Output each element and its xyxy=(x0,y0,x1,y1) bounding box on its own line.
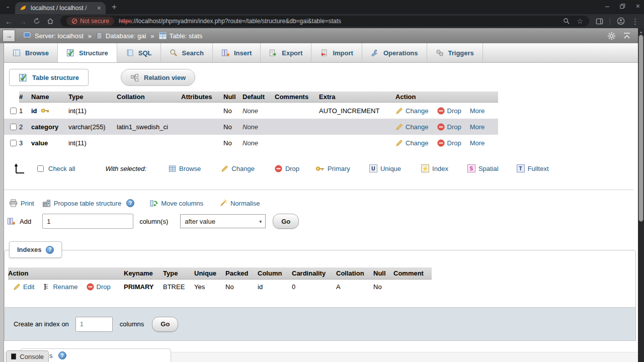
settings-gear-icon[interactable] xyxy=(607,32,616,40)
tab-import[interactable]: Import xyxy=(311,43,362,62)
selected-unique-label: Unique xyxy=(380,165,401,172)
print-link[interactable]: Print xyxy=(9,199,34,207)
window-controls: – × xyxy=(605,3,640,10)
help-icon[interactable]: ? xyxy=(46,246,54,254)
indexes-table: Action Keyname Type Unique Packed Column… xyxy=(8,267,432,294)
collapse-top-icon[interactable] xyxy=(623,32,631,40)
tab-structure[interactable]: Structure xyxy=(58,43,117,62)
minimize-button[interactable]: – xyxy=(605,3,609,10)
server-icon xyxy=(24,32,32,39)
col-header-attributes: Attributes xyxy=(181,92,223,103)
more-link[interactable]: More xyxy=(470,123,485,131)
col-header-extra: Extra xyxy=(319,92,395,103)
selected-browse[interactable]: Browse xyxy=(169,165,201,172)
unique-icon: U xyxy=(369,164,377,172)
tab-sql[interactable]: SQL xyxy=(117,43,161,62)
row-checkbox[interactable] xyxy=(10,108,17,114)
with-selected-bar: Check all With selected: Browse Change D… xyxy=(13,161,549,176)
console-icon xyxy=(11,353,16,359)
tab-insert[interactable]: Insert xyxy=(213,43,261,62)
selected-fulltext[interactable]: T Fulltext xyxy=(517,164,549,172)
selected-spatial[interactable]: S Spatial xyxy=(467,164,499,172)
show-navigation-toggle[interactable]: → xyxy=(3,30,15,42)
selected-index[interactable]: ⚡ Index xyxy=(421,164,448,172)
change-link[interactable]: Change xyxy=(406,139,429,147)
tab-browse[interactable]: Browse xyxy=(4,43,58,62)
operations-wrench-icon xyxy=(371,49,379,57)
drop-index-link[interactable]: Drop xyxy=(97,283,111,291)
selected-drop-label: Drop xyxy=(285,165,299,172)
new-tab-button[interactable]: + xyxy=(112,2,117,12)
add-go-button[interactable]: Go xyxy=(273,214,299,229)
profile-icon[interactable] xyxy=(617,17,625,25)
more-link[interactable]: More xyxy=(470,139,485,147)
move-columns-link[interactable]: Move columns xyxy=(149,199,203,207)
breadcrumb-table[interactable]: Table: stats xyxy=(159,32,203,40)
rename-index-link[interactable]: Rename xyxy=(53,283,77,291)
address-bar[interactable]: Not secure https://localhost/phpmyadmin/… xyxy=(60,16,589,27)
row-checkbox[interactable] xyxy=(10,124,17,130)
not-secure-badge[interactable]: Not secure xyxy=(66,17,114,26)
propose-structure-link[interactable]: Propose table structure xyxy=(42,199,121,207)
table-structure-button[interactable]: Table structure xyxy=(9,69,89,86)
reload-icon[interactable] xyxy=(33,18,40,25)
back-icon[interactable]: ← xyxy=(5,18,13,25)
col-header-type: Type xyxy=(68,92,117,103)
forward-icon[interactable]: → xyxy=(19,18,27,25)
selected-primary[interactable]: Primary xyxy=(315,165,350,172)
tab-close-icon[interactable]: × xyxy=(97,5,101,12)
scrollbar-up-arrow[interactable]: ▲ xyxy=(638,28,644,34)
drop-link[interactable]: Drop xyxy=(447,107,461,115)
selected-unique[interactable]: U Unique xyxy=(369,164,401,172)
tab-search[interactable]: Search xyxy=(161,43,213,62)
add-count-input[interactable] xyxy=(42,214,133,229)
help-icon[interactable]: ? xyxy=(126,199,134,207)
tab-triggers-label: Triggers xyxy=(448,49,474,57)
drop-link[interactable]: Drop xyxy=(447,123,461,131)
console-button[interactable]: Console xyxy=(6,350,49,362)
bookmark-star-icon[interactable]: ☆ xyxy=(577,18,583,25)
column-extra: AUTO_INCREMENT xyxy=(319,107,395,115)
collapsed-nav-panel[interactable] xyxy=(0,43,4,362)
selected-spatial-label: Spatial xyxy=(478,165,499,172)
change-link[interactable]: Change xyxy=(406,123,429,131)
breadcrumb-server[interactable]: Server: localhost xyxy=(24,32,84,40)
position-select[interactable]: after value ▾ xyxy=(180,214,266,228)
row-checkbox[interactable] xyxy=(10,140,17,146)
edit-index-link[interactable]: Edit xyxy=(23,283,34,291)
column-null: No xyxy=(223,139,243,147)
tab-export[interactable]: Export xyxy=(261,43,311,62)
col-header-collation: Collation xyxy=(117,92,181,103)
check-all-link[interactable]: Check all xyxy=(48,165,75,172)
browser-tab[interactable]: localhost / localhost / × xyxy=(15,2,106,14)
scrollbar-thumb[interactable] xyxy=(638,35,643,222)
selected-change[interactable]: Change xyxy=(221,165,255,172)
row-num: 1 xyxy=(19,107,31,115)
drop-link[interactable]: Drop xyxy=(447,139,461,147)
breadcrumb-actions xyxy=(607,28,631,43)
change-link[interactable]: Change xyxy=(406,107,429,115)
tab-triggers[interactable]: Triggers xyxy=(427,43,483,62)
page-scrollbar[interactable]: ▲ xyxy=(638,28,644,362)
menu-icon[interactable]: ⋮ xyxy=(631,18,639,25)
restore-button[interactable] xyxy=(620,4,625,9)
zoom-icon[interactable] xyxy=(563,18,570,25)
url-scheme: https xyxy=(119,18,132,25)
normalise-link[interactable]: Normalise xyxy=(219,199,260,207)
home-icon[interactable] xyxy=(47,18,54,25)
more-link[interactable]: More xyxy=(470,107,485,115)
breadcrumb-server-label: Server: localhost xyxy=(35,32,84,40)
breadcrumb-database[interactable]: Database: gai xyxy=(96,32,146,40)
tab-search-chevron-icon[interactable]: ⌄ xyxy=(6,3,10,10)
check-all-checkbox[interactable] xyxy=(37,165,44,172)
create-index-count-input[interactable] xyxy=(75,317,113,332)
tab-operations[interactable]: Operations xyxy=(362,43,427,62)
help-icon[interactable]: ? xyxy=(58,351,66,359)
pencil-icon xyxy=(221,165,228,172)
relation-view-button[interactable]: Relation view xyxy=(121,69,195,86)
selected-drop[interactable]: Drop xyxy=(275,165,299,172)
side-panel-icon[interactable] xyxy=(596,18,603,25)
close-button[interactable]: × xyxy=(636,3,640,10)
create-index-go-button[interactable]: Go xyxy=(152,317,178,332)
col-header-null: Null xyxy=(223,92,243,103)
